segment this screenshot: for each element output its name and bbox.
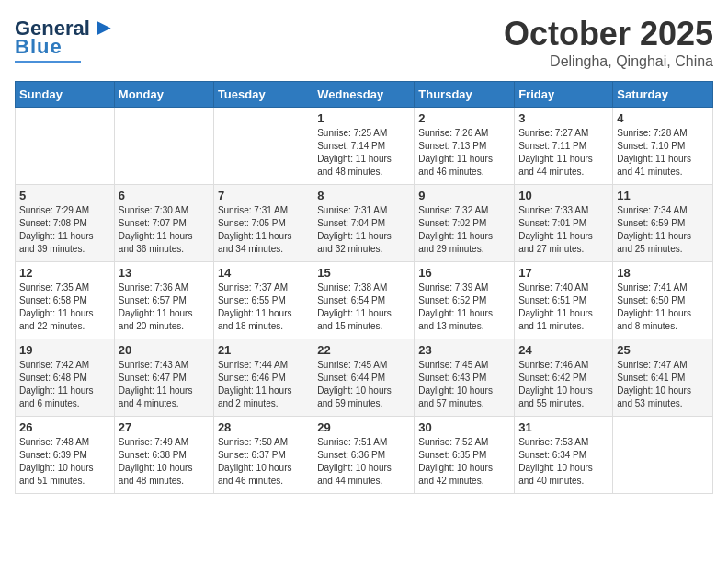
day-info: Sunrise: 7:49 AM Sunset: 6:38 PM Dayligh… — [119, 436, 210, 488]
day-number: 31 — [518, 420, 609, 434]
calendar-cell: 2Sunrise: 7:26 AM Sunset: 7:13 PM Daylig… — [415, 108, 515, 185]
header-thursday: Thursday — [415, 82, 515, 108]
calendar-week-row: 1Sunrise: 7:25 AM Sunset: 7:14 PM Daylig… — [16, 108, 713, 185]
calendar-cell: 29Sunrise: 7:51 AM Sunset: 6:36 PM Dayli… — [313, 417, 415, 494]
calendar-week-row: 26Sunrise: 7:48 AM Sunset: 6:39 PM Dayli… — [16, 417, 713, 494]
day-number: 30 — [418, 420, 510, 434]
header-friday: Friday — [515, 82, 613, 108]
day-info: Sunrise: 7:26 AM Sunset: 7:13 PM Dayligh… — [418, 127, 510, 178]
calendar-cell: 3Sunrise: 7:27 AM Sunset: 7:11 PM Daylig… — [515, 108, 613, 185]
day-number: 21 — [218, 343, 309, 357]
day-info: Sunrise: 7:52 AM Sunset: 6:35 PM Dayligh… — [418, 436, 510, 488]
day-info: Sunrise: 7:31 AM Sunset: 7:05 PM Dayligh… — [218, 204, 309, 256]
calendar-title-block: October 2025 Delingha, Qinghai, China — [504, 15, 713, 70]
day-info: Sunrise: 7:31 AM Sunset: 7:04 PM Dayligh… — [317, 204, 410, 256]
day-info: Sunrise: 7:37 AM Sunset: 6:55 PM Dayligh… — [218, 282, 309, 333]
day-number: 17 — [518, 266, 609, 280]
calendar-cell: 1Sunrise: 7:25 AM Sunset: 7:14 PM Daylig… — [313, 108, 415, 185]
day-info: Sunrise: 7:51 AM Sunset: 6:36 PM Dayligh… — [317, 436, 410, 488]
calendar-cell: 19Sunrise: 7:42 AM Sunset: 6:48 PM Dayli… — [16, 339, 115, 417]
calendar-cell: 11Sunrise: 7:34 AM Sunset: 6:59 PM Dayli… — [613, 185, 713, 262]
calendar-cell: 16Sunrise: 7:39 AM Sunset: 6:52 PM Dayli… — [415, 262, 515, 339]
day-number: 20 — [119, 343, 210, 357]
day-info: Sunrise: 7:45 AM Sunset: 6:43 PM Dayligh… — [418, 359, 510, 410]
calendar-cell: 7Sunrise: 7:31 AM Sunset: 7:05 PM Daylig… — [213, 185, 313, 262]
day-number: 12 — [19, 266, 110, 280]
day-number: 13 — [119, 266, 210, 280]
day-info: Sunrise: 7:35 AM Sunset: 6:58 PM Dayligh… — [19, 282, 110, 333]
day-info: Sunrise: 7:25 AM Sunset: 7:14 PM Dayligh… — [317, 127, 410, 178]
day-number: 15 — [317, 266, 410, 280]
header-tuesday: Tuesday — [213, 82, 313, 108]
calendar-cell: 22Sunrise: 7:45 AM Sunset: 6:44 PM Dayli… — [313, 339, 415, 417]
calendar-cell: 20Sunrise: 7:43 AM Sunset: 6:47 PM Dayli… — [114, 339, 213, 417]
header-wednesday: Wednesday — [313, 82, 415, 108]
calendar-week-row: 12Sunrise: 7:35 AM Sunset: 6:58 PM Dayli… — [16, 262, 713, 339]
day-number: 1 — [317, 111, 410, 125]
day-info: Sunrise: 7:27 AM Sunset: 7:11 PM Dayligh… — [518, 127, 609, 178]
day-number: 2 — [418, 111, 510, 125]
day-number: 8 — [317, 189, 410, 202]
day-number: 28 — [218, 420, 309, 434]
calendar-cell — [114, 108, 213, 185]
day-info: Sunrise: 7:50 AM Sunset: 6:37 PM Dayligh… — [218, 436, 309, 488]
calendar-cell — [213, 108, 313, 185]
day-info: Sunrise: 7:47 AM Sunset: 6:41 PM Dayligh… — [617, 359, 709, 410]
calendar-cell: 14Sunrise: 7:37 AM Sunset: 6:55 PM Dayli… — [213, 262, 313, 339]
calendar-cell: 12Sunrise: 7:35 AM Sunset: 6:58 PM Dayli… — [16, 262, 115, 339]
calendar-cell: 6Sunrise: 7:30 AM Sunset: 7:07 PM Daylig… — [114, 185, 213, 262]
calendar-week-row: 19Sunrise: 7:42 AM Sunset: 6:48 PM Dayli… — [16, 339, 713, 417]
calendar-location: Delingha, Qinghai, China — [504, 53, 713, 70]
calendar-cell: 31Sunrise: 7:53 AM Sunset: 6:34 PM Dayli… — [515, 417, 613, 494]
calendar-cell: 10Sunrise: 7:33 AM Sunset: 7:01 PM Dayli… — [515, 185, 613, 262]
calendar-cell: 28Sunrise: 7:50 AM Sunset: 6:37 PM Dayli… — [213, 417, 313, 494]
calendar-cell: 13Sunrise: 7:36 AM Sunset: 6:57 PM Dayli… — [114, 262, 213, 339]
day-info: Sunrise: 7:28 AM Sunset: 7:10 PM Dayligh… — [617, 127, 709, 178]
day-number: 24 — [518, 343, 609, 357]
day-number: 5 — [19, 189, 110, 202]
day-number: 18 — [617, 266, 709, 280]
calendar-table: SundayMondayTuesdayWednesdayThursdayFrid… — [15, 81, 713, 494]
calendar-cell: 8Sunrise: 7:31 AM Sunset: 7:04 PM Daylig… — [313, 185, 415, 262]
header-sunday: Sunday — [16, 82, 115, 108]
day-info: Sunrise: 7:41 AM Sunset: 6:50 PM Dayligh… — [617, 282, 709, 333]
day-info: Sunrise: 7:48 AM Sunset: 6:39 PM Dayligh… — [19, 436, 110, 488]
calendar-header-row: SundayMondayTuesdayWednesdayThursdayFrid… — [16, 82, 713, 108]
calendar-cell: 30Sunrise: 7:52 AM Sunset: 6:35 PM Dayli… — [415, 417, 515, 494]
day-info: Sunrise: 7:42 AM Sunset: 6:48 PM Dayligh… — [19, 359, 110, 410]
day-info: Sunrise: 7:40 AM Sunset: 6:51 PM Dayligh… — [518, 282, 609, 333]
day-info: Sunrise: 7:29 AM Sunset: 7:08 PM Dayligh… — [19, 204, 110, 256]
day-number: 29 — [317, 420, 410, 434]
calendar-cell: 15Sunrise: 7:38 AM Sunset: 6:54 PM Dayli… — [313, 262, 415, 339]
day-info: Sunrise: 7:33 AM Sunset: 7:01 PM Dayligh… — [518, 204, 609, 256]
day-number: 7 — [218, 189, 309, 202]
day-number: 23 — [418, 343, 510, 357]
calendar-cell: 25Sunrise: 7:47 AM Sunset: 6:41 PM Dayli… — [613, 339, 713, 417]
day-info: Sunrise: 7:36 AM Sunset: 6:57 PM Dayligh… — [119, 282, 210, 333]
day-info: Sunrise: 7:53 AM Sunset: 6:34 PM Dayligh… — [518, 436, 609, 488]
day-info: Sunrise: 7:44 AM Sunset: 6:46 PM Dayligh… — [218, 359, 309, 410]
day-number: 3 — [518, 111, 609, 125]
header-saturday: Saturday — [613, 82, 713, 108]
day-number: 9 — [418, 189, 510, 202]
day-info: Sunrise: 7:32 AM Sunset: 7:02 PM Dayligh… — [418, 204, 510, 256]
page-header: General► Blue October 2025 Delingha, Qin… — [15, 15, 713, 70]
day-number: 6 — [119, 189, 210, 202]
calendar-cell: 18Sunrise: 7:41 AM Sunset: 6:50 PM Dayli… — [613, 262, 713, 339]
day-info: Sunrise: 7:45 AM Sunset: 6:44 PM Dayligh… — [317, 359, 410, 410]
calendar-cell: 4Sunrise: 7:28 AM Sunset: 7:10 PM Daylig… — [613, 108, 713, 185]
calendar-cell: 21Sunrise: 7:44 AM Sunset: 6:46 PM Dayli… — [213, 339, 313, 417]
day-number: 11 — [617, 189, 709, 202]
calendar-cell: 5Sunrise: 7:29 AM Sunset: 7:08 PM Daylig… — [16, 185, 115, 262]
day-info: Sunrise: 7:38 AM Sunset: 6:54 PM Dayligh… — [317, 282, 410, 333]
day-info: Sunrise: 7:46 AM Sunset: 6:42 PM Dayligh… — [518, 359, 609, 410]
calendar-cell: 24Sunrise: 7:46 AM Sunset: 6:42 PM Dayli… — [515, 339, 613, 417]
calendar-cell — [613, 417, 713, 494]
calendar-cell: 17Sunrise: 7:40 AM Sunset: 6:51 PM Dayli… — [515, 262, 613, 339]
calendar-cell: 26Sunrise: 7:48 AM Sunset: 6:39 PM Dayli… — [16, 417, 115, 494]
day-info: Sunrise: 7:39 AM Sunset: 6:52 PM Dayligh… — [418, 282, 510, 333]
calendar-cell: 23Sunrise: 7:45 AM Sunset: 6:43 PM Dayli… — [415, 339, 515, 417]
calendar-cell: 27Sunrise: 7:49 AM Sunset: 6:38 PM Dayli… — [114, 417, 213, 494]
logo-underline — [15, 61, 81, 63]
day-info: Sunrise: 7:30 AM Sunset: 7:07 PM Dayligh… — [119, 204, 210, 256]
